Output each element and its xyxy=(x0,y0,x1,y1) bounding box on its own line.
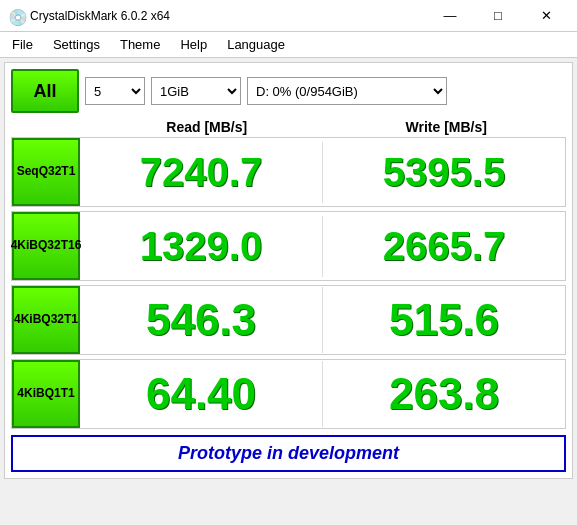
4k-q32t16-write-value: 2665.7 xyxy=(323,216,565,277)
4k-q1t1-write-value: 263.8 xyxy=(323,361,565,427)
minimize-button[interactable]: — xyxy=(427,2,473,30)
bench-row-4k-q32t16: 4KiB Q32T16 1329.0 2665.7 xyxy=(11,211,566,281)
footer-text: Prototype in development xyxy=(11,435,566,472)
bench-label-4k-q1t1: 4KiB Q1T1 xyxy=(12,360,80,428)
bench-values-4k-q32t1: 546.3 515.6 xyxy=(80,287,565,353)
4k-q32t16-read-value: 1329.0 xyxy=(80,216,323,277)
menu-language[interactable]: Language xyxy=(219,35,293,54)
main-panel: All 1 3 5 9 512MiB 1GiB 2GiB 4GiB D: 0% … xyxy=(4,62,573,479)
bench-values-4k-q1t1: 64.40 263.8 xyxy=(80,361,565,427)
app-icon: 💿 xyxy=(8,8,24,24)
maximize-button[interactable]: □ xyxy=(475,2,521,30)
bench-row-4k-q32t1: 4KiB Q32T1 546.3 515.6 xyxy=(11,285,566,355)
bench-label-seq: Seq Q32T1 xyxy=(12,138,80,206)
bench-row-seq-q32t1: Seq Q32T1 7240.7 5395.5 xyxy=(11,137,566,207)
bench-values-seq: 7240.7 5395.5 xyxy=(80,142,565,203)
seq-write-value: 5395.5 xyxy=(323,142,565,203)
title-bar: 💿 CrystalDiskMark 6.0.2 x64 — □ ✕ xyxy=(0,0,577,32)
4k-q32t1-write-value: 515.6 xyxy=(323,287,565,353)
menu-help[interactable]: Help xyxy=(172,35,215,54)
column-headers: Read [MB/s] Write [MB/s] xyxy=(11,119,566,135)
drive-select[interactable]: D: 0% (0/954GiB) xyxy=(247,77,447,105)
title-bar-controls: — □ ✕ xyxy=(427,2,569,30)
controls-row: All 1 3 5 9 512MiB 1GiB 2GiB 4GiB D: 0% … xyxy=(11,69,566,113)
read-header: Read [MB/s] xyxy=(87,119,327,135)
4k-q32t1-read-value: 546.3 xyxy=(80,287,323,353)
bench-values-4k-q32t16: 1329.0 2665.7 xyxy=(80,216,565,277)
4k-q1t1-read-value: 64.40 xyxy=(80,361,323,427)
menu-bar: File Settings Theme Help Language xyxy=(0,32,577,58)
bench-label-4k-q32t1: 4KiB Q32T1 xyxy=(12,286,80,354)
bench-row-4k-q1t1: 4KiB Q1T1 64.40 263.8 xyxy=(11,359,566,429)
close-button[interactable]: ✕ xyxy=(523,2,569,30)
title-bar-text: CrystalDiskMark 6.0.2 x64 xyxy=(30,9,427,23)
runs-select[interactable]: 1 3 5 9 xyxy=(85,77,145,105)
all-button[interactable]: All xyxy=(11,69,79,113)
bench-label-4k-q32t16: 4KiB Q32T16 xyxy=(12,212,80,280)
menu-settings[interactable]: Settings xyxy=(45,35,108,54)
menu-theme[interactable]: Theme xyxy=(112,35,168,54)
size-select[interactable]: 512MiB 1GiB 2GiB 4GiB xyxy=(151,77,241,105)
seq-read-value: 7240.7 xyxy=(80,142,323,203)
menu-file[interactable]: File xyxy=(4,35,41,54)
write-header: Write [MB/s] xyxy=(327,119,567,135)
